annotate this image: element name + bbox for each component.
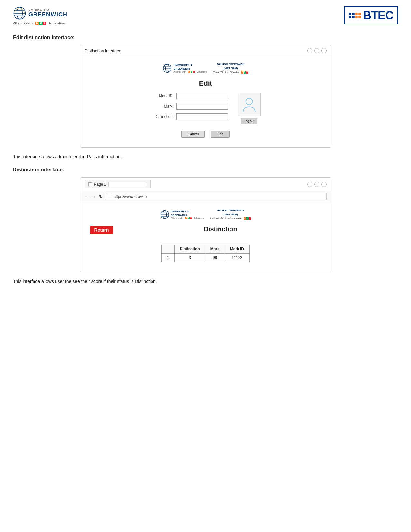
distinction-table: Distinction Mark Mark ID 1 3 99 11122	[161, 245, 250, 262]
edit-body: UNIVERSITY of GREENWICH Alliance with F …	[80, 56, 331, 147]
edit-mini-fpt2-t: T	[246, 71, 248, 74]
mark-id-input[interactable]	[176, 93, 228, 99]
edit-description: This interface allows admin to edit in P…	[13, 154, 398, 159]
browser-ctrl-3[interactable]	[321, 182, 327, 187]
distinction-mini-univ: UNIVERSITY of GREENWICH Alliance with F …	[171, 210, 204, 219]
distinction-label: Distinction:	[151, 114, 174, 119]
window-control-2[interactable]	[314, 48, 319, 53]
edit-mini-fpt-f: F	[188, 71, 190, 73]
edit-section-title: Edit distinction interface:	[13, 35, 398, 41]
distinction-mini-univ-text: UNIVERSITY of GREENWICH	[171, 210, 204, 217]
window-control-1[interactable]	[307, 48, 312, 53]
distinction-header-row: Return Distinction	[90, 226, 321, 239]
tab-page-icon	[88, 182, 92, 186]
cancel-button[interactable]: Cancel	[181, 131, 205, 138]
distinction-description: This interface allows user the see their…	[13, 279, 398, 284]
address-page-icon	[108, 195, 112, 198]
edit-form-buttons: Cancel Edit	[90, 131, 321, 138]
table-header-num	[161, 245, 174, 254]
edit-mini-univ: UNIVERSITY of GREENWICH Alliance with F …	[173, 64, 207, 73]
edit-mini-right-line1: DAI HOC GREENWICH	[217, 63, 245, 66]
edit-mini-right-line3-text: Thuộc Tổ chức Giáo dục	[213, 71, 240, 74]
distinction-mini-right-line3-text: Liên kết với Tổ chức Giáo dục	[210, 217, 242, 220]
btec-dot-8	[358, 16, 361, 18]
btec-dot-3	[355, 13, 358, 15]
distinction-mini-fpt2-f: F	[244, 217, 246, 220]
edit-window-label: Distinction interface	[85, 48, 121, 53]
browser-addressbar: ← → ↻ https://www.draw.io	[80, 191, 331, 202]
greenwich-logo: UNIVERSITY of GREENWICH	[13, 6, 67, 20]
distinction-mini-right-line2: (VIET NAM)	[224, 213, 238, 216]
edit-mini-univ-text: UNIVERSITY of GREENWICH	[173, 64, 207, 71]
edit-mini-right-line3: Thuộc Tổ chức Giáo dục F P T	[213, 70, 248, 74]
distinction-mini-fpt-f: F	[185, 217, 187, 219]
edit-mini-right-line2: (VIET NAM)	[224, 67, 238, 70]
row-mark-id-cell: 11122	[225, 254, 249, 262]
btec-dot-7	[355, 16, 358, 18]
mark-row: Mark:	[151, 103, 228, 110]
edit-mini-right: DAI HOC GREENWICH (VIET NAM) Thuộc Tổ ch…	[213, 63, 248, 74]
edit-mini-header: UNIVERSITY of GREENWICH Alliance with F …	[90, 63, 321, 74]
address-bar[interactable]: https://www.draw.io	[105, 193, 327, 200]
university-name: GREENWICH	[28, 12, 67, 18]
browser-tab-label: Page 1	[94, 182, 106, 187]
tab-input[interactable]	[108, 182, 147, 187]
university-text: UNIVERSITY of GREENWICH	[28, 8, 67, 18]
edit-button[interactable]: Edit	[211, 131, 230, 138]
btec-dot-4	[358, 13, 361, 15]
distinction-mini-line2: GREENWICH	[171, 214, 187, 217]
edit-mini-fpt2: F P T	[241, 71, 248, 74]
edit-mini-alliance-text: Alliance with	[173, 71, 186, 73]
browser-tab[interactable]: Page 1	[85, 180, 151, 188]
avatar-area: Log out	[238, 93, 261, 124]
mark-id-row: Mark ID:	[151, 93, 228, 99]
globe-icon	[13, 6, 26, 20]
back-arrow[interactable]: ←	[85, 194, 89, 199]
distinction-mini-fpt2-t: T	[249, 217, 251, 220]
mark-input[interactable]	[176, 103, 228, 110]
btec-dots	[349, 13, 361, 18]
avatar-svg	[240, 95, 259, 114]
svg-point-10	[246, 98, 252, 105]
distinction-mini-fpt: F P T	[185, 217, 192, 219]
distinction-browser-box: Page 1 ← → ↻ https://www.draw.io	[80, 177, 331, 272]
distinction-mini-line1: UNIVERSITY of	[171, 210, 190, 213]
edit-form-title: Edit	[90, 79, 321, 88]
logout-button[interactable]: Log out	[241, 118, 257, 124]
edit-mini-univ-line2: GREENWICH	[173, 67, 190, 70]
alliance-label: Alliance with	[13, 21, 33, 25]
distinction-mini-education: Education	[194, 217, 204, 219]
btec-dot-2	[352, 13, 355, 15]
distinction-section-title: Distinction interface:	[13, 167, 398, 173]
distinction-mini-fpt2: F P T	[244, 217, 251, 220]
mark-label: Mark:	[151, 104, 174, 109]
row-mark-cell: 99	[205, 254, 225, 262]
window-control-3[interactable]	[321, 48, 327, 53]
browser-ctrl-1[interactable]	[307, 182, 312, 187]
fpt-p: P	[39, 22, 43, 25]
refresh-button[interactable]: ↻	[99, 194, 103, 199]
edit-mini-logo: UNIVERSITY of GREENWICH Alliance with F …	[163, 64, 207, 73]
distinction-input[interactable]	[176, 113, 228, 120]
row-distinction-cell: 3	[174, 254, 205, 262]
distinction-row: Distinction:	[151, 113, 228, 120]
edit-titlebar: Distinction interface	[80, 45, 331, 56]
browser-content: UNIVERSITY of GREENWICH Alliance with F …	[80, 202, 331, 272]
avatar-image	[238, 93, 261, 116]
distinction-mini-header: UNIVERSITY of GREENWICH Alliance with F …	[90, 209, 321, 220]
return-button[interactable]: Return	[90, 226, 113, 234]
browser-window-controls	[307, 182, 327, 187]
btec-dot-5	[349, 16, 351, 18]
address-url: https://www.draw.io	[114, 194, 147, 199]
distinction-mini-globe-icon	[160, 210, 169, 219]
browser-ctrl-2[interactable]	[314, 182, 319, 187]
distinction-page-title: Distinction	[120, 226, 321, 233]
mini-globe-icon	[163, 64, 172, 73]
distinction-mini-logo: UNIVERSITY of GREENWICH Alliance with F …	[160, 210, 204, 219]
edit-interface-box: Distinction interface UNIVERSITY of	[80, 45, 331, 148]
forward-arrow[interactable]: →	[92, 194, 96, 199]
table-header-mark-id: Mark ID	[225, 245, 249, 254]
btec-dot-1	[349, 13, 351, 15]
edit-mini-fpt2-p: P	[244, 71, 246, 74]
edit-mini-education: Education	[197, 71, 207, 73]
